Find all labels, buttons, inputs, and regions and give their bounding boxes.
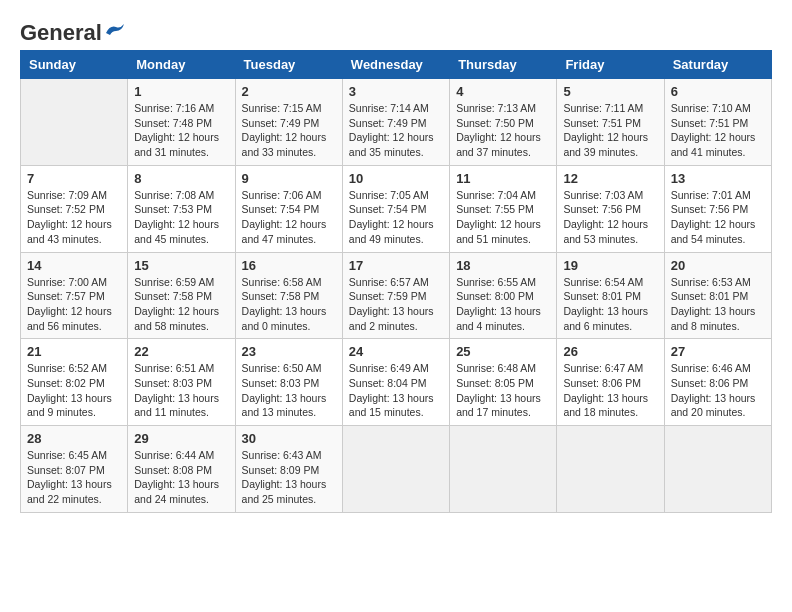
calendar-cell: 6Sunrise: 7:10 AM Sunset: 7:51 PM Daylig… <box>664 79 771 166</box>
day-number: 4 <box>456 84 550 99</box>
day-number: 22 <box>134 344 228 359</box>
day-info: Sunrise: 7:10 AM Sunset: 7:51 PM Dayligh… <box>671 101 765 160</box>
logo: General <box>20 20 126 40</box>
day-info: Sunrise: 7:08 AM Sunset: 7:53 PM Dayligh… <box>134 188 228 247</box>
calendar-cell: 2Sunrise: 7:15 AM Sunset: 7:49 PM Daylig… <box>235 79 342 166</box>
calendar-week-row: 28Sunrise: 6:45 AM Sunset: 8:07 PM Dayli… <box>21 426 772 513</box>
day-info: Sunrise: 6:54 AM Sunset: 8:01 PM Dayligh… <box>563 275 657 334</box>
day-number: 16 <box>242 258 336 273</box>
calendar-cell: 5Sunrise: 7:11 AM Sunset: 7:51 PM Daylig… <box>557 79 664 166</box>
calendar-cell: 30Sunrise: 6:43 AM Sunset: 8:09 PM Dayli… <box>235 426 342 513</box>
calendar-header-row: SundayMondayTuesdayWednesdayThursdayFrid… <box>21 51 772 79</box>
calendar-cell <box>557 426 664 513</box>
weekday-header-tuesday: Tuesday <box>235 51 342 79</box>
day-info: Sunrise: 6:48 AM Sunset: 8:05 PM Dayligh… <box>456 361 550 420</box>
day-number: 14 <box>27 258 121 273</box>
calendar-cell: 20Sunrise: 6:53 AM Sunset: 8:01 PM Dayli… <box>664 252 771 339</box>
calendar-cell: 16Sunrise: 6:58 AM Sunset: 7:58 PM Dayli… <box>235 252 342 339</box>
day-number: 18 <box>456 258 550 273</box>
calendar-cell: 24Sunrise: 6:49 AM Sunset: 8:04 PM Dayli… <box>342 339 449 426</box>
weekday-header-wednesday: Wednesday <box>342 51 449 79</box>
day-number: 23 <box>242 344 336 359</box>
calendar-cell <box>21 79 128 166</box>
day-info: Sunrise: 7:09 AM Sunset: 7:52 PM Dayligh… <box>27 188 121 247</box>
calendar-cell: 28Sunrise: 6:45 AM Sunset: 8:07 PM Dayli… <box>21 426 128 513</box>
day-number: 28 <box>27 431 121 446</box>
day-info: Sunrise: 7:03 AM Sunset: 7:56 PM Dayligh… <box>563 188 657 247</box>
day-info: Sunrise: 6:44 AM Sunset: 8:08 PM Dayligh… <box>134 448 228 507</box>
calendar-cell: 10Sunrise: 7:05 AM Sunset: 7:54 PM Dayli… <box>342 165 449 252</box>
day-number: 13 <box>671 171 765 186</box>
calendar-cell: 1Sunrise: 7:16 AM Sunset: 7:48 PM Daylig… <box>128 79 235 166</box>
day-info: Sunrise: 7:13 AM Sunset: 7:50 PM Dayligh… <box>456 101 550 160</box>
day-number: 21 <box>27 344 121 359</box>
calendar-cell: 19Sunrise: 6:54 AM Sunset: 8:01 PM Dayli… <box>557 252 664 339</box>
day-info: Sunrise: 6:59 AM Sunset: 7:58 PM Dayligh… <box>134 275 228 334</box>
day-info: Sunrise: 6:45 AM Sunset: 8:07 PM Dayligh… <box>27 448 121 507</box>
day-info: Sunrise: 7:16 AM Sunset: 7:48 PM Dayligh… <box>134 101 228 160</box>
calendar-cell: 18Sunrise: 6:55 AM Sunset: 8:00 PM Dayli… <box>450 252 557 339</box>
calendar-cell: 17Sunrise: 6:57 AM Sunset: 7:59 PM Dayli… <box>342 252 449 339</box>
day-info: Sunrise: 6:58 AM Sunset: 7:58 PM Dayligh… <box>242 275 336 334</box>
calendar-cell <box>342 426 449 513</box>
calendar-cell: 8Sunrise: 7:08 AM Sunset: 7:53 PM Daylig… <box>128 165 235 252</box>
day-number: 26 <box>563 344 657 359</box>
day-info: Sunrise: 6:50 AM Sunset: 8:03 PM Dayligh… <box>242 361 336 420</box>
day-info: Sunrise: 7:06 AM Sunset: 7:54 PM Dayligh… <box>242 188 336 247</box>
day-info: Sunrise: 7:05 AM Sunset: 7:54 PM Dayligh… <box>349 188 443 247</box>
day-info: Sunrise: 6:55 AM Sunset: 8:00 PM Dayligh… <box>456 275 550 334</box>
calendar-cell: 26Sunrise: 6:47 AM Sunset: 8:06 PM Dayli… <box>557 339 664 426</box>
day-info: Sunrise: 6:52 AM Sunset: 8:02 PM Dayligh… <box>27 361 121 420</box>
calendar-cell: 13Sunrise: 7:01 AM Sunset: 7:56 PM Dayli… <box>664 165 771 252</box>
day-number: 17 <box>349 258 443 273</box>
calendar-cell: 27Sunrise: 6:46 AM Sunset: 8:06 PM Dayli… <box>664 339 771 426</box>
calendar-cell <box>450 426 557 513</box>
day-number: 9 <box>242 171 336 186</box>
calendar-table: SundayMondayTuesdayWednesdayThursdayFrid… <box>20 50 772 513</box>
calendar-cell: 7Sunrise: 7:09 AM Sunset: 7:52 PM Daylig… <box>21 165 128 252</box>
day-number: 30 <box>242 431 336 446</box>
day-number: 7 <box>27 171 121 186</box>
day-number: 25 <box>456 344 550 359</box>
day-number: 3 <box>349 84 443 99</box>
day-number: 11 <box>456 171 550 186</box>
calendar-cell: 4Sunrise: 7:13 AM Sunset: 7:50 PM Daylig… <box>450 79 557 166</box>
day-info: Sunrise: 7:14 AM Sunset: 7:49 PM Dayligh… <box>349 101 443 160</box>
weekday-header-friday: Friday <box>557 51 664 79</box>
calendar-week-row: 21Sunrise: 6:52 AM Sunset: 8:02 PM Dayli… <box>21 339 772 426</box>
calendar-cell: 21Sunrise: 6:52 AM Sunset: 8:02 PM Dayli… <box>21 339 128 426</box>
day-info: Sunrise: 6:57 AM Sunset: 7:59 PM Dayligh… <box>349 275 443 334</box>
weekday-header-sunday: Sunday <box>21 51 128 79</box>
calendar-cell: 14Sunrise: 7:00 AM Sunset: 7:57 PM Dayli… <box>21 252 128 339</box>
day-info: Sunrise: 6:53 AM Sunset: 8:01 PM Dayligh… <box>671 275 765 334</box>
weekday-header-saturday: Saturday <box>664 51 771 79</box>
calendar-week-row: 14Sunrise: 7:00 AM Sunset: 7:57 PM Dayli… <box>21 252 772 339</box>
day-number: 19 <box>563 258 657 273</box>
day-info: Sunrise: 6:46 AM Sunset: 8:06 PM Dayligh… <box>671 361 765 420</box>
logo-general: General <box>20 20 102 46</box>
calendar-cell: 12Sunrise: 7:03 AM Sunset: 7:56 PM Dayli… <box>557 165 664 252</box>
day-number: 2 <box>242 84 336 99</box>
day-info: Sunrise: 7:11 AM Sunset: 7:51 PM Dayligh… <box>563 101 657 160</box>
day-number: 27 <box>671 344 765 359</box>
calendar-cell <box>664 426 771 513</box>
calendar-week-row: 1Sunrise: 7:16 AM Sunset: 7:48 PM Daylig… <box>21 79 772 166</box>
day-info: Sunrise: 6:47 AM Sunset: 8:06 PM Dayligh… <box>563 361 657 420</box>
day-number: 12 <box>563 171 657 186</box>
calendar-cell: 15Sunrise: 6:59 AM Sunset: 7:58 PM Dayli… <box>128 252 235 339</box>
day-info: Sunrise: 7:04 AM Sunset: 7:55 PM Dayligh… <box>456 188 550 247</box>
day-info: Sunrise: 7:15 AM Sunset: 7:49 PM Dayligh… <box>242 101 336 160</box>
day-number: 29 <box>134 431 228 446</box>
day-number: 15 <box>134 258 228 273</box>
day-info: Sunrise: 6:43 AM Sunset: 8:09 PM Dayligh… <box>242 448 336 507</box>
day-number: 10 <box>349 171 443 186</box>
calendar-cell: 9Sunrise: 7:06 AM Sunset: 7:54 PM Daylig… <box>235 165 342 252</box>
calendar-cell: 11Sunrise: 7:04 AM Sunset: 7:55 PM Dayli… <box>450 165 557 252</box>
calendar-week-row: 7Sunrise: 7:09 AM Sunset: 7:52 PM Daylig… <box>21 165 772 252</box>
day-info: Sunrise: 7:00 AM Sunset: 7:57 PM Dayligh… <box>27 275 121 334</box>
day-info: Sunrise: 6:49 AM Sunset: 8:04 PM Dayligh… <box>349 361 443 420</box>
day-number: 5 <box>563 84 657 99</box>
calendar-cell: 23Sunrise: 6:50 AM Sunset: 8:03 PM Dayli… <box>235 339 342 426</box>
calendar-cell: 25Sunrise: 6:48 AM Sunset: 8:05 PM Dayli… <box>450 339 557 426</box>
page-header: General <box>20 20 772 40</box>
